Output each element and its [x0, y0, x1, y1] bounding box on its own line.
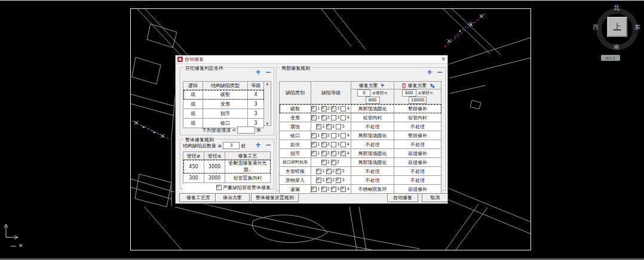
grade-checkbox[interactable] — [321, 106, 327, 112]
rule-row[interactable]: 接口材料脱落12局部现场固化嵌缝修补 — [280, 158, 441, 167]
grade-checkbox[interactable] — [336, 124, 341, 129]
add-rule-button[interactable]: + — [427, 69, 433, 75]
grade-checkbox[interactable] — [311, 151, 317, 156]
compass-north-label[interactable]: 北 — [614, 4, 620, 12]
grade-checkbox[interactable] — [331, 151, 336, 156]
rule-row[interactable]: 脱节1234局部现场固化嵌缝修补 — [280, 149, 441, 158]
defect-name-cell[interactable]: 变形 — [280, 113, 311, 122]
table-row[interactable]: 或脱节3 — [183, 109, 264, 119]
grade-checkbox[interactable] — [331, 142, 336, 147]
range1-max-input[interactable] — [366, 97, 380, 104]
plan-small-cell[interactable]: 不处理 — [351, 176, 394, 185]
table-cell[interactable]: 450 — [183, 160, 204, 174]
plan-large-cell[interactable]: 嵌缝修补 — [394, 185, 441, 194]
plan-small-cell[interactable]: 局部现场固化 — [351, 131, 394, 140]
grade-checkbox[interactable] — [341, 106, 346, 112]
table-cell[interactable]: 或 — [183, 109, 203, 119]
grade-checkbox[interactable] — [331, 106, 336, 112]
process-library-button[interactable]: 修复工艺库 — [179, 193, 217, 202]
plan-large-cell[interactable]: 整段修补 — [394, 131, 441, 140]
plan-small-cell[interactable]: 局部现场固化 — [351, 104, 394, 113]
grade-checkbox[interactable] — [331, 160, 336, 165]
grades-cell[interactable]: 123 — [311, 122, 351, 131]
defect-name-cell[interactable]: 起伏 — [280, 140, 311, 149]
grade-checkbox[interactable] — [316, 169, 321, 174]
remove-rule-button[interactable]: − — [437, 69, 443, 75]
table-cell[interactable]: 短管置换内衬 — [225, 174, 271, 183]
view-compass[interactable]: 北 南 东 西 上 WCS — [593, 4, 640, 61]
plan-small-cell[interactable]: 不处理 — [351, 140, 394, 149]
defect-name-cell[interactable]: 脱节 — [280, 149, 311, 158]
grades-cell[interactable]: 123 — [311, 167, 351, 176]
grade-checkbox[interactable] — [326, 124, 332, 129]
grade-checkbox[interactable] — [331, 187, 336, 192]
plan-small-cell[interactable]: 局部现场固化 — [351, 149, 394, 158]
grade-checkbox[interactable] — [321, 151, 327, 156]
defect-name-cell[interactable]: 破裂 — [280, 104, 311, 113]
range2-min-input[interactable] — [402, 89, 416, 97]
plan-small-cell[interactable]: 局部现场固化 — [351, 158, 394, 167]
table-cell[interactable]: 破裂 — [203, 90, 248, 100]
wcs-badge[interactable]: WCS — [601, 55, 620, 61]
table-cell[interactable]: 脱节 — [203, 109, 248, 119]
rule-row[interactable]: 变形1234短管内衬短管内衬 — [280, 113, 441, 122]
table-row[interactable]: 或破裂4 — [183, 90, 264, 100]
grade-checkbox[interactable] — [326, 178, 332, 183]
remove-condition-button[interactable]: − — [265, 69, 271, 75]
grade-checkbox[interactable] — [331, 115, 336, 120]
range1-min-input[interactable] — [357, 89, 370, 97]
plan-small-cell[interactable]: 不锈钢双胀环 — [351, 185, 394, 194]
scroll-down-icon[interactable]: ▼ — [266, 122, 269, 125]
compass-top-face[interactable]: 上 — [607, 17, 627, 37]
table-row[interactable]: 4503000全断面修复紫外光固.. — [183, 160, 271, 174]
grades-cell[interactable]: 1234 — [311, 185, 351, 194]
grades-cell[interactable]: 1234 — [311, 149, 351, 158]
depth-input[interactable] — [237, 126, 255, 134]
grade-checkbox[interactable] — [311, 187, 317, 192]
grade-checkbox[interactable] — [311, 115, 317, 120]
grade-checkbox[interactable] — [316, 124, 321, 129]
save-scheme-button[interactable]: 保存方案 — [215, 193, 250, 202]
grade-checkbox[interactable] — [331, 133, 336, 138]
grade-checkbox[interactable] — [321, 187, 327, 192]
grade-checkbox[interactable] — [311, 133, 317, 138]
grades-cell[interactable]: 1234 — [311, 140, 351, 149]
grades-cell[interactable]: 1234 — [311, 113, 351, 122]
severe-repair-option[interactable]: 严重缺陷管道整体修复 — [216, 184, 271, 191]
table-cell[interactable]: 3000 — [204, 160, 225, 174]
rule-row[interactable]: 支管暗接123不处理不处理 — [280, 167, 441, 176]
table-cell[interactable]: 变形 — [203, 100, 248, 109]
grade-checkbox[interactable] — [326, 169, 332, 174]
plan-small-cell[interactable]: 短管内衬 — [351, 113, 394, 122]
close-icon[interactable]: ✕ — [441, 57, 446, 62]
table-cell[interactable]: 或 — [183, 100, 203, 109]
rule-row[interactable]: 腐蚀123不处理不处理 — [280, 122, 441, 131]
grade-checkbox[interactable] — [336, 178, 341, 183]
add-condition-button[interactable]: + — [255, 69, 261, 75]
table-cell[interactable]: 3000 — [204, 174, 225, 183]
grade-checkbox[interactable] — [321, 115, 327, 120]
defect-condition-table[interactable]: 逻辑 结构缺陷类型 等级 或破裂4或变形3或脱节3或错口3 — [183, 81, 264, 128]
pick-plan-icon[interactable] — [381, 83, 386, 88]
defect-table-scrollbar[interactable]: ▲ ▼ — [264, 81, 271, 126]
plan-large-cell[interactable]: 嵌缝修补 — [394, 149, 441, 158]
scroll-up-icon[interactable]: ▲ — [266, 82, 269, 85]
table-row[interactable]: 3003000短管置换内衬 — [183, 174, 271, 183]
delete-rule-icon[interactable] — [401, 83, 406, 88]
rule-row[interactable]: 破裂1234局部现场固化整段修补 — [280, 104, 441, 113]
rule-row[interactable]: 渗漏1234不锈钢双胀环嵌缝修补 — [280, 185, 441, 194]
grades-cell[interactable]: 1234 — [311, 131, 351, 140]
grades-cell[interactable]: 12 — [311, 158, 351, 167]
plan-large-cell[interactable]: 不处理 — [394, 176, 441, 185]
severe-repair-checkbox[interactable] — [216, 185, 222, 190]
grades-cell[interactable]: 123 — [311, 176, 351, 185]
defect-count-input[interactable] — [223, 142, 240, 149]
grade-checkbox[interactable] — [321, 142, 327, 147]
grade-checkbox[interactable] — [336, 169, 341, 174]
table-cell[interactable]: 或 — [183, 90, 203, 100]
cancel-button[interactable]: 取消 — [422, 193, 448, 202]
grade-checkbox[interactable] — [341, 133, 346, 138]
remove-process-button[interactable]: − — [265, 142, 271, 148]
grades-cell[interactable]: 1234 — [311, 104, 351, 113]
pick-plan-icon-2[interactable] — [430, 83, 435, 88]
